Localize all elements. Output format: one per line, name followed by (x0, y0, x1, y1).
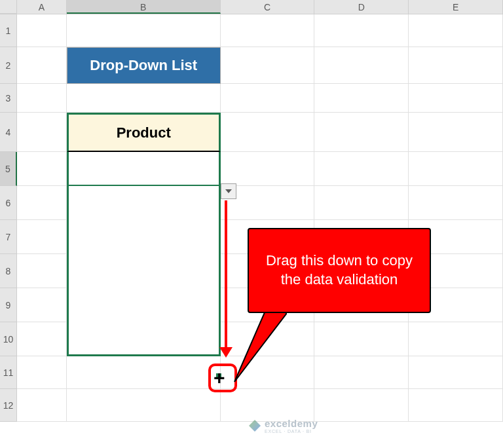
cell-D6[interactable] (314, 186, 409, 220)
cell-E2[interactable] (409, 47, 503, 84)
column-header-row: A B C D E (0, 0, 503, 14)
cell-C5[interactable] (221, 152, 315, 186)
cell-D4[interactable] (314, 113, 409, 152)
cell-A11[interactable] (17, 356, 67, 389)
cell-A12[interactable] (17, 389, 67, 422)
cell-B3[interactable] (67, 84, 221, 113)
cell-B5-dropdown[interactable] (67, 152, 221, 186)
cell-A5[interactable] (17, 152, 67, 186)
cell-D3[interactable] (314, 84, 409, 113)
cell-A3[interactable] (17, 84, 67, 113)
col-header-E[interactable]: E (409, 0, 503, 14)
cell-E1[interactable] (409, 14, 503, 47)
select-all-corner[interactable] (0, 0, 17, 14)
cell-D1[interactable] (314, 14, 409, 47)
cell-E5[interactable] (409, 152, 503, 186)
row-header-8[interactable]: 8 (0, 254, 17, 288)
cell-A9[interactable] (17, 288, 67, 322)
callout-text: Drag this down to copy the data validati… (258, 252, 420, 289)
cell-D12[interactable] (314, 389, 409, 422)
cell-A6[interactable] (17, 186, 67, 220)
fill-handle-plus-icon: + (214, 368, 225, 388)
cell-B8[interactable] (67, 254, 221, 288)
cell-B12[interactable] (67, 389, 221, 422)
watermark-brand: exceldemy (265, 418, 318, 429)
col-header-B[interactable]: B (67, 0, 221, 14)
cell-C12[interactable] (221, 389, 315, 422)
cell-D2[interactable] (314, 47, 409, 84)
cell-D5[interactable] (314, 152, 409, 186)
cell-A4[interactable] (17, 113, 67, 152)
row-header-10[interactable]: 10 (0, 322, 17, 356)
cell-C2[interactable] (221, 47, 315, 84)
row-header-11[interactable]: 11 (0, 356, 17, 389)
cell-A2[interactable] (17, 47, 67, 84)
chevron-down-icon (225, 189, 232, 193)
cell-A10[interactable] (17, 322, 67, 356)
cell-A7[interactable] (17, 220, 67, 254)
row-header-7[interactable]: 7 (0, 220, 17, 254)
annotation-callout: Drag this down to copy the data validati… (248, 228, 431, 313)
watermark-logo-icon (249, 420, 261, 432)
row-header-1[interactable]: 1 (0, 14, 17, 47)
cell-E10[interactable] (409, 322, 503, 356)
cell-D10[interactable] (314, 322, 409, 356)
cell-B1[interactable] (67, 14, 221, 47)
cell-C1[interactable] (221, 14, 315, 47)
cell-A8[interactable] (17, 254, 67, 288)
cell-E11[interactable] (409, 356, 503, 389)
cell-E6[interactable] (409, 186, 503, 220)
cell-A1[interactable] (17, 14, 67, 47)
cell-E12[interactable] (409, 389, 503, 422)
cell-D11[interactable] (314, 356, 409, 389)
svg-marker-0 (234, 307, 287, 382)
product-header-cell[interactable]: Product (67, 113, 221, 152)
cell-C4[interactable] (221, 113, 315, 152)
cell-B7[interactable] (67, 220, 221, 254)
row-header-4[interactable]: 4 (0, 113, 17, 152)
watermark: exceldemy EXCEL · DATA · BI (249, 418, 318, 434)
row-header-9[interactable]: 9 (0, 288, 17, 322)
row-header-6[interactable]: 6 (0, 186, 17, 220)
title-cell[interactable]: Drop-Down List (67, 47, 221, 84)
row-header-3[interactable]: 3 (0, 84, 17, 113)
row-header-12[interactable]: 12 (0, 389, 17, 422)
annotation-arrow-line (225, 200, 227, 350)
col-header-C[interactable]: C (221, 0, 315, 14)
row-header-2[interactable]: 2 (0, 47, 17, 84)
cell-B11[interactable] (67, 356, 221, 389)
col-header-A[interactable]: A (17, 0, 67, 14)
cell-B10[interactable] (67, 322, 221, 356)
data-validation-dropdown-button[interactable] (221, 183, 236, 199)
cell-B6[interactable] (67, 186, 221, 220)
cell-E4[interactable] (409, 113, 503, 152)
row-header-5[interactable]: 5 (0, 152, 17, 186)
cell-B9[interactable] (67, 288, 221, 322)
col-header-D[interactable]: D (314, 0, 409, 14)
cell-E3[interactable] (409, 84, 503, 113)
cell-C3[interactable] (221, 84, 315, 113)
watermark-tagline: EXCEL · DATA · BI (265, 429, 318, 434)
